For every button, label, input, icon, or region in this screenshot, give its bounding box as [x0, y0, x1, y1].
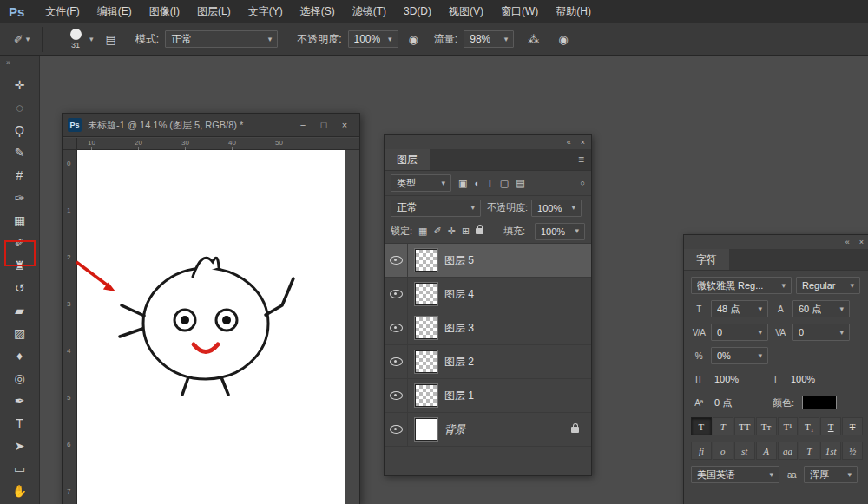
layer-thumbnail[interactable] [415, 350, 437, 373]
anti-alias-select[interactable]: 浑厚 ▾ [804, 466, 858, 483]
menu-item-help[interactable]: 帮助(H) [547, 4, 600, 19]
layer-row-background[interactable]: 背景 [385, 413, 591, 447]
titling-alternates-button[interactable]: T [799, 442, 819, 460]
tool-gradient[interactable]: ▨ [0, 322, 39, 344]
tab-character[interactable]: 字符 [684, 249, 729, 270]
menu-item-layer[interactable]: 图层(L) [188, 4, 240, 19]
layer-thumbnail[interactable] [415, 249, 437, 272]
tool-eyedropper[interactable]: ✑ [0, 187, 39, 209]
collapse-panel-icon[interactable]: « [845, 239, 850, 246]
layer-visibility-cell[interactable] [385, 244, 408, 277]
restore-button[interactable]: □ [313, 120, 334, 130]
toggle-brush-panel-button[interactable]: ▤ [106, 33, 116, 46]
menu-item-file[interactable]: 文件(F) [36, 4, 88, 19]
layer-visibility-cell[interactable] [385, 413, 408, 446]
tool-lasso[interactable]: Ϙ [0, 119, 39, 141]
standard-ligatures-button[interactable]: fi [691, 442, 712, 460]
strikethrough-button[interactable]: T [842, 417, 863, 435]
layer-row[interactable]: 图层 2 [385, 345, 591, 379]
layer-thumbnail[interactable] [415, 283, 437, 305]
tracking-select[interactable]: 0 ▾ [792, 324, 850, 341]
lock-artboard-icon[interactable]: ⊞ [462, 226, 470, 237]
menu-item-select[interactable]: 选择(S) [292, 4, 344, 19]
layer-name[interactable]: 图层 4 [444, 287, 474, 302]
layer-row[interactable]: 图层 4 [385, 278, 591, 311]
close-button[interactable]: × [334, 120, 355, 130]
layer-visibility-cell[interactable] [385, 311, 408, 344]
layer-blend-mode-select[interactable]: 正常 ▾ [391, 200, 481, 217]
menu-item-edit[interactable]: 编辑(E) [89, 4, 141, 19]
tool-path-selection[interactable]: ➤ [0, 435, 39, 457]
chevron-down-icon[interactable]: ▾ [89, 36, 94, 43]
panel-menu-icon[interactable]: ≡ [571, 149, 591, 170]
flow-select[interactable]: 98% ▾ [464, 30, 514, 48]
lock-position-icon[interactable]: ✛ [448, 226, 456, 237]
airbrush-icon[interactable]: ⁂ [528, 33, 539, 46]
proportional-spacing-select[interactable]: 0% ▾ [711, 347, 768, 364]
tool-quick-selection[interactable]: ✎ [0, 141, 39, 164]
close-panel-icon[interactable]: × [581, 139, 585, 147]
text-color-swatch[interactable] [802, 396, 837, 409]
pressure-size-icon[interactable]: ◉ [558, 33, 568, 46]
font-size-select[interactable]: 48 点 ▾ [711, 300, 768, 317]
ordinals-button[interactable]: 1st [820, 442, 841, 460]
pressure-opacity-icon[interactable]: ◉ [409, 33, 418, 46]
contextual-alternates-button[interactable]: o [713, 442, 733, 460]
filter-adjustment-layers-icon[interactable]: ◐ [474, 178, 480, 188]
baseline-shift-input[interactable]: 0 点 [711, 395, 763, 410]
layer-name[interactable]: 图层 5 [444, 253, 474, 268]
all-caps-button[interactable]: TT [734, 417, 755, 435]
tool-preset-picker[interactable]: ✐ ▾ [2, 27, 43, 52]
layer-visibility-cell[interactable] [385, 278, 408, 311]
layer-row[interactable]: 图层 3 [385, 311, 591, 345]
layer-name[interactable]: 背景 [444, 422, 465, 437]
tool-ellipse-marquee[interactable]: ◌ [0, 96, 39, 119]
superscript-button[interactable]: T¹ [778, 417, 799, 435]
layer-name[interactable]: 图层 2 [444, 355, 474, 370]
menu-item-window[interactable]: 窗口(W) [492, 4, 547, 19]
tool-history-brush[interactable]: ↺ [0, 277, 39, 299]
layer-name[interactable]: 图层 3 [444, 321, 474, 336]
tool-rectangle[interactable]: ▭ [0, 457, 39, 480]
faux-bold-button[interactable]: T [691, 417, 712, 435]
layer-row[interactable]: 图层 1 [385, 379, 591, 413]
font-family-select[interactable]: 微软雅黑 Reg... ▾ [691, 277, 792, 294]
language-select[interactable]: 美国英语 ▾ [691, 466, 779, 483]
underline-button[interactable]: T [820, 417, 841, 435]
fractions-button[interactable]: ½ [842, 442, 863, 460]
minimize-button[interactable]: − [293, 120, 313, 130]
filter-smart-object-layers-icon[interactable]: ▤ [516, 178, 524, 189]
close-panel-icon[interactable]: × [859, 239, 864, 246]
collapse-panel-icon[interactable]: « [567, 139, 571, 147]
horizontal-scale-input[interactable]: 100% [787, 371, 839, 387]
faux-italic-button[interactable]: T [713, 417, 733, 435]
menu-item-filter[interactable]: 滤镜(T) [344, 4, 395, 19]
layer-thumbnail[interactable] [415, 317, 437, 339]
tool-pen[interactable]: ✒ [0, 389, 39, 412]
lock-image-pixels-icon[interactable]: ✐ [433, 226, 441, 237]
filter-shape-layers-icon[interactable]: ▢ [500, 178, 509, 189]
vertical-scale-input[interactable]: 100% [711, 371, 763, 387]
menu-item-type[interactable]: 文字(Y) [240, 4, 292, 19]
tool-blur[interactable]: ♦ [0, 344, 39, 367]
blend-mode-select[interactable]: 正常 ▾ [165, 30, 278, 48]
opacity-select[interactable]: 100% ▾ [348, 30, 398, 48]
tool-hand[interactable]: ✋ [0, 480, 39, 502]
lock-all-icon[interactable] [476, 228, 483, 234]
tool-type[interactable]: T [0, 412, 39, 435]
tool-dodge[interactable]: ◎ [0, 367, 39, 389]
layer-visibility-cell[interactable] [385, 379, 408, 412]
layer-name[interactable]: 图层 1 [444, 389, 474, 403]
leading-select[interactable]: 60 点 ▾ [792, 300, 850, 317]
tool-crop[interactable]: # [0, 164, 39, 187]
layer-opacity-select[interactable]: 100% ▾ [531, 200, 582, 217]
tool-move[interactable]: ✛ [0, 74, 39, 96]
layer-thumbnail[interactable] [415, 384, 437, 407]
layer-fill-select[interactable]: 100% ▾ [535, 223, 585, 240]
document-titlebar[interactable]: Ps 未标题-1 @ 14.1% (图层 5, RGB/8) * − □ × [63, 114, 359, 137]
menu-item-image[interactable]: 图像(I) [141, 4, 188, 19]
layer-thumbnail[interactable] [415, 418, 437, 441]
layer-row[interactable]: 图层 5 [385, 244, 591, 278]
swash-button[interactable]: A [756, 442, 777, 460]
layer-filter-type-select[interactable]: 类型 ▾ [391, 174, 451, 192]
